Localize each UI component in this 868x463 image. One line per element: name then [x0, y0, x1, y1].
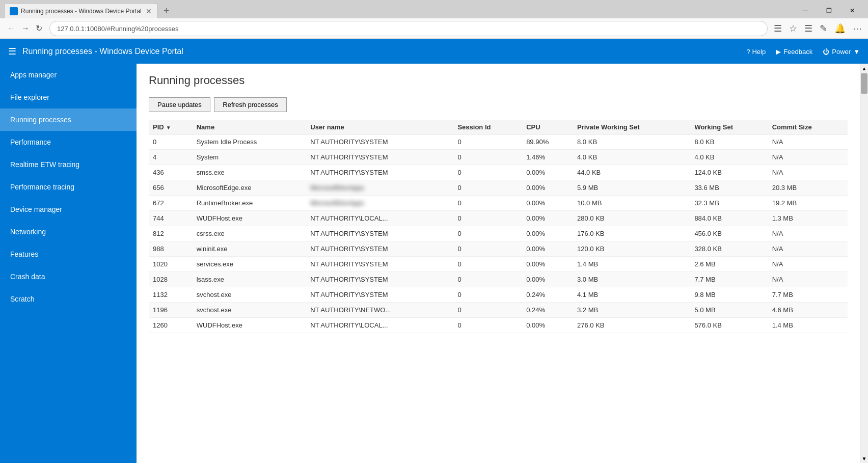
refresh-button[interactable]: ↻ [33, 21, 45, 35]
help-button[interactable]: ? Help [747, 48, 766, 56]
favorites-button[interactable]: ☆ [787, 21, 799, 36]
cell-private-working-set: 5.9 MB [573, 180, 690, 196]
cell-cpu: 1.46% [522, 150, 573, 165]
cell-name: MicrosoftEdge.exe [193, 180, 307, 196]
table-row[interactable]: 1132svchost.exeNT AUTHORITY\SYSTEM00.24%… [149, 287, 848, 303]
cell-cpu: 0.24% [522, 303, 573, 318]
sidebar-item-performance-tracing[interactable]: Performance tracing [0, 176, 137, 198]
table-row[interactable]: 1020services.exeNT AUTHORITY\SYSTEM00.00… [149, 257, 848, 272]
table-row[interactable]: 1196svchost.exeNT AUTHORITY\NETWO...00.2… [149, 303, 848, 318]
sidebar-item-apps-manager[interactable]: Apps manager [0, 64, 137, 86]
sidebar-item-performance[interactable]: Performance [0, 131, 137, 153]
cell-pid: 1020 [149, 257, 193, 272]
col-header-session-id: Session Id [453, 120, 522, 134]
table-row[interactable]: 1260WUDFHost.exeNT AUTHORITY\LOCAL...00.… [149, 318, 848, 333]
cell-working-set: 8.0 KB [690, 134, 768, 150]
col-header-pid[interactable]: PID▼ [149, 120, 193, 134]
feedback-button[interactable]: ▶ Feedback [776, 48, 812, 56]
forward-button[interactable]: → [18, 22, 33, 35]
app-title: Running processes - Windows Device Porta… [22, 47, 747, 56]
cell-user-name: NT AUTHORITY\SYSTEM [306, 287, 453, 303]
table-row[interactable]: 1028lsass.exeNT AUTHORITY\SYSTEM00.00%3.… [149, 272, 848, 287]
refresh-processes-button[interactable]: Refresh processes [214, 97, 286, 112]
cell-name: System [193, 150, 307, 165]
cell-user-name: NT AUTHORITY\NETWO... [306, 303, 453, 318]
cell-pid: 744 [149, 211, 193, 226]
close-button[interactable]: ✕ [840, 3, 864, 18]
cell-session-id: 0 [453, 150, 522, 165]
scroll-thumb[interactable] [861, 73, 867, 94]
cell-pid: 436 [149, 165, 193, 180]
table-row[interactable]: 436smss.exeNT AUTHORITY\SYSTEM00.00%44.0… [149, 165, 848, 180]
cell-commit-size: N/A [768, 134, 848, 150]
power-icon: ⏻ [823, 48, 829, 56]
cell-user-name: NT AUTHORITY\SYSTEM [306, 257, 453, 272]
cell-commit-size: N/A [768, 257, 848, 272]
table-row[interactable]: 744WUDFHost.exeNT AUTHORITY\LOCAL...00.0… [149, 211, 848, 226]
cell-session-id: 0 [453, 165, 522, 180]
cell-private-working-set: 10.0 MB [573, 196, 690, 211]
sidebar-item-device-manager[interactable]: Device manager [0, 198, 137, 221]
sidebar-item-features[interactable]: Features [0, 243, 137, 265]
cell-user-name: NT AUTHORITY\LOCAL... [306, 211, 453, 226]
col-header-working-set: Working Set [690, 120, 768, 134]
cell-commit-size: 4.6 MB [768, 303, 848, 318]
cell-private-working-set: 280.0 KB [573, 211, 690, 226]
cell-pid: 1132 [149, 287, 193, 303]
cell-private-working-set: 8.0 KB [573, 134, 690, 150]
sidebar-item-realtime-etw-tracing[interactable]: Realtime ETW tracing [0, 153, 137, 176]
minimize-button[interactable]: — [794, 3, 817, 18]
col-header-commit-size: Commit Size [768, 120, 848, 134]
cell-pid: 812 [149, 226, 193, 241]
cell-cpu: 0.00% [522, 226, 573, 241]
table-row[interactable]: 812csrss.exeNT AUTHORITY\SYSTEM00.00%176… [149, 226, 848, 241]
sidebar-item-running-processes[interactable]: Running processes [0, 108, 137, 131]
hamburger-button[interactable]: ☰ [8, 46, 16, 57]
scroll-track[interactable] [860, 73, 868, 454]
table-row[interactable]: 0System Idle ProcessNT AUTHORITY\SYSTEM0… [149, 134, 848, 150]
table-header: PID▼NameUser nameSession IdCPUPrivate Wo… [149, 120, 848, 134]
tab-close-button[interactable]: ✕ [146, 7, 152, 15]
scrollbar[interactable]: ▲ ▼ [860, 64, 868, 463]
new-tab-button[interactable]: + [159, 5, 174, 17]
sidebar-item-scratch[interactable]: Scratch [0, 288, 137, 310]
cell-user-name: MicrosoftDevApps [306, 196, 453, 211]
col-header-user-name: User name [306, 120, 453, 134]
cell-cpu: 89.90% [522, 134, 573, 150]
more-button[interactable]: ⋯ [851, 21, 864, 36]
cell-working-set: 328.0 KB [690, 241, 768, 257]
cell-pid: 4 [149, 150, 193, 165]
sidebar-item-file-explorer[interactable]: File explorer [0, 86, 137, 108]
pause-updates-button[interactable]: Pause updates [149, 97, 210, 112]
cell-user-name: NT AUTHORITY\SYSTEM [306, 150, 453, 165]
table-row[interactable]: 4SystemNT AUTHORITY\SYSTEM01.46%4.0 KB4.… [149, 150, 848, 165]
back-button[interactable]: ← [4, 22, 18, 35]
cell-user-name: MicrosoftDevApps [306, 180, 453, 196]
reading-view-button[interactable]: ☰ [772, 21, 784, 36]
cell-commit-size: 1.3 MB [768, 211, 848, 226]
sidebar-item-networking[interactable]: Networking [0, 221, 137, 243]
maximize-button[interactable]: ❐ [817, 3, 840, 18]
scroll-down-button[interactable]: ▼ [860, 454, 868, 463]
notifications-button[interactable]: 🔔 [832, 21, 848, 36]
notes-button[interactable]: ✎ [818, 21, 829, 36]
col-header-private-working-set: Private Working Set [573, 120, 690, 134]
table-row[interactable]: 672RuntimeBroker.exeMicrosoftDevApps00.0… [149, 196, 848, 211]
table-row[interactable]: 988wininit.exeNT AUTHORITY\SYSTEM00.00%1… [149, 241, 848, 257]
cell-commit-size: 20.3 MB [768, 180, 848, 196]
scroll-up-button[interactable]: ▲ [860, 64, 868, 73]
cell-working-set: 7.7 MB [690, 272, 768, 287]
hub-button[interactable]: ☰ [802, 21, 815, 36]
browser-tab[interactable]: Running processes - Windows Device Porta… [4, 3, 157, 18]
cell-session-id: 0 [453, 241, 522, 257]
cell-session-id: 0 [453, 303, 522, 318]
cell-session-id: 0 [453, 257, 522, 272]
address-bar[interactable]: 127.0.0.1:10080/#Running%20processes [49, 21, 768, 36]
cell-private-working-set: 4.1 MB [573, 287, 690, 303]
cell-cpu: 0.24% [522, 287, 573, 303]
cell-name: WUDFHost.exe [193, 318, 307, 333]
cell-name: services.exe [193, 257, 307, 272]
sidebar-item-crash-data[interactable]: Crash data [0, 265, 137, 288]
power-button[interactable]: ⏻ Power ▼ [823, 48, 860, 56]
table-row[interactable]: 656MicrosoftEdge.exeMicrosoftDevApps00.0… [149, 180, 848, 196]
